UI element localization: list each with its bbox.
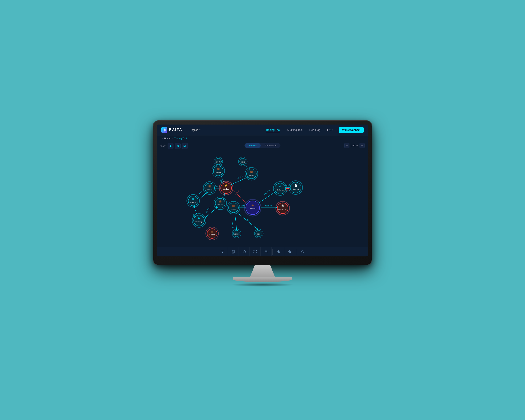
monitor-bezel: BAIFA English ▼ Tracing Tool Auditing To… (153, 121, 372, 265)
download-button[interactable] (168, 143, 173, 149)
svg-line-33 (235, 214, 237, 230)
monitor-screen: BAIFA English ▼ Tracing Tool Auditing To… (157, 124, 368, 256)
svg-text:💼: 💼 (250, 170, 253, 173)
svg-text:💼: 💼 (211, 230, 214, 233)
logo-area: BAIFA (161, 127, 182, 133)
breadcrumb-home[interactable]: Home (164, 137, 170, 140)
address-toggle-btn[interactable]: Address (245, 143, 261, 148)
zoom-in-button[interactable]: + (344, 143, 349, 148)
breadcrumb-separator: > (172, 137, 173, 140)
svg-text:465352: 465352 (241, 161, 245, 163)
app: BAIFA English ▼ Tracing Tool Auditing To… (157, 124, 368, 256)
svg-text:📄: 📄 (294, 184, 297, 187)
home-icon: ⌂ (162, 137, 163, 140)
nav-link-redflag[interactable]: Red Flag (306, 127, 323, 133)
svg-rect-105 (222, 252, 223, 253)
svg-text:654844: 654844 (216, 171, 221, 173)
svg-text:1000 ETH: 1000 ETH (234, 189, 241, 195)
zoom-controls: + 100 % − (344, 143, 365, 148)
svg-text:124355: 124355 (231, 208, 236, 210)
svg-line-31 (204, 207, 217, 219)
nav-link-tracing[interactable]: Tracing Tool (263, 127, 283, 133)
svg-line-119 (291, 252, 291, 253)
address-transaction-toggle: Address Transaction (244, 143, 280, 148)
svg-text:456437: 456437 (190, 201, 196, 203)
lang-selector[interactable]: English ▼ (188, 128, 202, 132)
expand-button[interactable] (250, 247, 261, 256)
document-button[interactable] (228, 247, 239, 256)
share-button[interactable] (175, 143, 181, 149)
zoom-out-canvas-button[interactable] (284, 247, 295, 256)
svg-text:654732: 654732 (217, 204, 223, 206)
breadcrumb: ⌂ Home > Tracing Tool (157, 135, 368, 141)
svg-text:673454: 673454 (257, 233, 261, 235)
svg-text:234354: 234354 (234, 233, 239, 235)
svg-text:038264: 038264 (250, 208, 256, 210)
bottom-toolbar (157, 247, 368, 256)
svg-text:💼: 💼 (251, 204, 254, 207)
svg-point-78 (275, 183, 286, 194)
svg-text:💼: 💼 (232, 205, 235, 207)
chevron-down-icon: ▼ (199, 129, 201, 131)
svg-point-4 (178, 147, 179, 147)
zoom-percent: 100 % (350, 144, 359, 147)
svg-text:100 ETH: 100 ETH (237, 175, 244, 179)
logo-icon (161, 127, 167, 133)
circle-arrows-button[interactable] (239, 247, 250, 256)
canvas-toolbar: View (160, 143, 188, 149)
layers-button[interactable] (261, 247, 272, 256)
svg-line-102 (244, 165, 250, 169)
svg-text:600 ETH: 600 ETH (263, 190, 270, 195)
toolbar-divider-2 (296, 249, 296, 255)
svg-text:600 ETH: 600 ETH (231, 222, 234, 229)
svg-point-1 (164, 129, 165, 131)
wallet-connect-button[interactable]: Wallet Connect (339, 127, 364, 133)
bookmark-button[interactable] (182, 143, 188, 149)
svg-text:50 ETH: 50 ETH (205, 207, 211, 213)
lang-label: English (190, 129, 198, 131)
breadcrumb-current: Tracing Tool (174, 137, 187, 140)
monitor-stand-shadow (231, 283, 294, 287)
svg-text:⚡: ⚡ (225, 184, 228, 187)
graph-canvas: 1000 ETH 600 ETH 400 ETH 600 ETH 500 ETH (157, 141, 368, 247)
svg-text:Exchange: Exchange (196, 221, 203, 223)
svg-rect-104 (222, 252, 223, 252)
nav-link-auditing[interactable]: Auditing Tool (284, 127, 306, 133)
svg-text:435345: 435345 (249, 174, 254, 176)
svg-text:💼: 💼 (217, 168, 220, 170)
filter-button[interactable] (217, 247, 228, 256)
monitor-stand-base (233, 277, 292, 282)
monitor: BAIFA English ▼ Tracing Tool Auditing To… (153, 121, 372, 287)
svg-text:653475: 653475 (207, 189, 212, 190)
svg-text:900 ETH: 900 ETH (246, 219, 252, 225)
svg-text:💼: 💼 (219, 200, 222, 203)
svg-text:746543: 746543 (209, 234, 215, 236)
svg-point-2 (176, 146, 177, 146)
logo-text: BAIFA (169, 128, 182, 132)
svg-point-3 (178, 145, 179, 146)
view-label: View (160, 145, 166, 147)
svg-rect-103 (221, 251, 224, 251)
navbar: BAIFA English ▼ Tracing Tool Auditing To… (157, 124, 368, 135)
svg-text:💼: 💼 (208, 185, 211, 187)
svg-text:🏛: 🏛 (192, 198, 194, 200)
svg-text:400 ETH: 400 ETH (265, 205, 272, 207)
svg-point-82 (290, 182, 301, 193)
svg-line-116 (280, 252, 280, 253)
svg-text:Exchange: Exchange (277, 189, 284, 191)
svg-rect-110 (265, 251, 267, 253)
monitor-stand-neck (250, 265, 275, 277)
svg-text:Gamble site: Gamble site (279, 208, 287, 210)
svg-text:675475: 675475 (216, 161, 221, 163)
svg-point-66 (194, 215, 205, 226)
svg-text:🏛: 🏛 (279, 185, 281, 188)
zoom-in-canvas-button[interactable] (273, 247, 284, 256)
svg-line-6 (177, 146, 178, 147)
refresh-button[interactable] (297, 247, 308, 256)
svg-text:Mixing: Mixing (224, 188, 229, 190)
svg-text:Contract: Contract (293, 188, 299, 190)
zoom-out-button[interactable]: − (359, 143, 365, 148)
transaction-toggle-btn[interactable]: Transaction (261, 143, 280, 148)
canvas-area: View (157, 141, 368, 247)
nav-link-faq[interactable]: FAQ (324, 127, 336, 133)
